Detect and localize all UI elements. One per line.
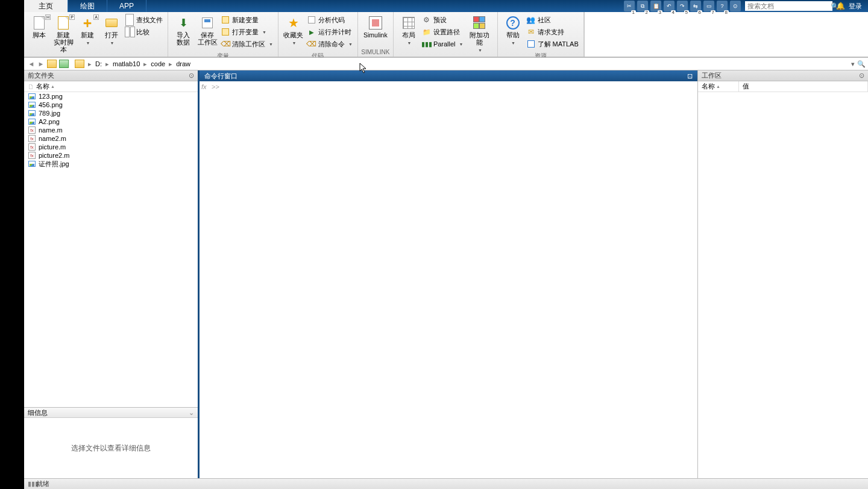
support-button[interactable]: ✉ 请求支持 <box>526 26 580 37</box>
prefs-label: 预设 <box>433 16 447 25</box>
file-row[interactable]: fxname.m <box>24 126 198 134</box>
bell-icon[interactable]: 🔔 <box>836 2 845 10</box>
nav-back-icon[interactable]: ◄ <box>27 59 36 69</box>
new-button[interactable]: A ＋ 新建▼ <box>76 14 99 48</box>
file-list[interactable]: 123.png456.png789.jpgA2.pngfxname.mfxnam… <box>24 92 198 407</box>
breadcrumb-2[interactable]: code <box>149 60 166 67</box>
folder-up-icon[interactable] <box>47 60 57 68</box>
doc-search-input[interactable] <box>747 2 831 10</box>
simulink-button[interactable]: Simulink <box>362 14 389 40</box>
qat-undo-icon[interactable]: ↶4 <box>664 1 675 11</box>
command-prompt[interactable]: >> <box>212 81 219 478</box>
file-name: 123.png <box>39 93 63 100</box>
workspace-table-header: 名称 ▲ 值 <box>698 81 868 92</box>
chevron-down-icon[interactable]: ⌄ <box>189 409 194 417</box>
import-icon: ⬇ <box>179 16 188 30</box>
qat-help-icon[interactable]: ?8 <box>717 1 728 11</box>
breadcrumb-3[interactable]: draw <box>175 60 192 67</box>
save-workspace-button[interactable]: 保存 工作区 <box>196 14 219 47</box>
login-link[interactable]: 登录 <box>846 2 864 11</box>
doc-search-box[interactable]: 🔍 <box>745 1 832 11</box>
addr-search-icon[interactable]: 🔍 <box>857 60 866 68</box>
nav-fwd-icon[interactable]: ► <box>36 59 46 69</box>
tab-home[interactable]: 主页 <box>24 0 68 12</box>
analyze-code-button[interactable]: 分析代码 <box>306 14 354 25</box>
favorites-label: 收藏夹 <box>283 31 303 39</box>
status-ready: 就绪 <box>36 479 49 488</box>
run-time-button[interactable]: ▶ 运行并计时 <box>306 26 354 37</box>
panel-menu-icon[interactable]: ⊙ <box>189 72 194 79</box>
main-tabs: 主页 绘图 APP <box>24 0 146 12</box>
tab-plot[interactable]: 绘图 <box>68 0 107 12</box>
file-row[interactable]: fxpicture2.m <box>24 151 198 160</box>
panel-menu-icon[interactable]: ⊙ <box>859 72 864 79</box>
qat-paste-icon[interactable]: 📋3 <box>650 1 661 11</box>
compare-button[interactable]: 比较 <box>124 26 164 37</box>
qat-switch-icon[interactable]: ⇆6 <box>690 1 701 11</box>
badge-p: P <box>69 14 75 20</box>
new-variable-button[interactable]: 新建变量 <box>220 14 274 25</box>
clear-workspace-button[interactable]: ⌫ 清除工作区 ▼ <box>220 39 274 49</box>
breadcrumb-drive[interactable]: D: <box>94 60 103 67</box>
qat-badge-5: 5 <box>684 10 689 15</box>
file-name: 456.png <box>39 101 63 108</box>
current-folder-panel: 前文件夹 ⊙ 🗋 名称 ▲ 123.png456.png789.jpgA2.pn… <box>24 70 200 478</box>
badge-h: H <box>45 14 51 20</box>
file-row[interactable]: fxpicture.m <box>24 143 198 151</box>
name-column-header[interactable]: 名称 ▲ <box>36 82 194 91</box>
find-files-button[interactable]: 查找文件 <box>124 14 164 25</box>
breadcrumb-1[interactable]: matlab10 <box>112 60 141 67</box>
learn-matlab-button[interactable]: 了解 MATLAB <box>526 39 580 49</box>
image-file-icon <box>28 160 36 167</box>
fx-icon[interactable]: fx <box>200 81 212 478</box>
command-window-body[interactable]: fx >> <box>200 81 697 478</box>
layout-button[interactable]: 布局▼ <box>397 14 420 48</box>
ribbon: H 脚本 P 新建 实时脚本 A ＋ 新建▼ 打开▼ <box>24 12 868 57</box>
help-button[interactable]: ? 帮助▼ <box>502 14 524 48</box>
file-name: name.m <box>39 126 63 134</box>
maximize-icon[interactable]: ⊡ <box>687 72 693 80</box>
help-label: 帮助 <box>506 31 520 39</box>
qat-copy-icon[interactable]: ⧉2 <box>637 1 648 11</box>
command-window-title: 命令行窗口 <box>204 72 237 81</box>
ws-name-column[interactable]: 名称 ▲ <box>698 81 739 92</box>
new-var-label: 新建变量 <box>232 16 259 25</box>
file-row[interactable]: 证件照.jpg <box>24 160 198 168</box>
new-script-button[interactable]: H 脚本 <box>28 14 51 40</box>
addr-dropdown-icon[interactable]: ▾ <box>851 60 855 68</box>
address-bar: ◄ ► ▸ D: ▸ matlab10 ▸ code ▸ draw ▾ 🔍 <box>24 57 868 70</box>
open-variable-button[interactable]: 打开变量 ▼ <box>220 26 274 37</box>
new-live-script-button[interactable]: P 新建 实时脚本 <box>52 14 75 54</box>
plus-icon: ＋ <box>81 14 94 32</box>
folder-icon <box>105 19 118 27</box>
details-header[interactable]: 细信息 ⌄ <box>24 408 198 418</box>
addons-button[interactable]: 附加功能▼ <box>466 14 494 55</box>
set-path-button[interactable]: 📁 设置路径 <box>421 26 465 37</box>
new-live-label: 新建 实时脚本 <box>53 31 74 53</box>
file-row[interactable]: A2.png <box>24 117 198 126</box>
qat-cut-icon[interactable]: ✂1 <box>624 1 635 11</box>
qat-more-icon[interactable]: ⊙ <box>730 1 741 11</box>
qat-window-icon[interactable]: ▭7 <box>703 1 714 11</box>
simulink-label: Simulink <box>363 31 388 39</box>
parallel-button[interactable]: ▮▮▮ Parallel ▼ <box>421 39 465 49</box>
qat-redo-icon[interactable]: ↷5 <box>677 1 688 11</box>
gear-icon: ⚙ <box>423 16 430 24</box>
file-row[interactable]: 456.png <box>24 101 198 109</box>
community-button[interactable]: 👥 社区 <box>526 14 580 25</box>
workspace-body[interactable] <box>698 92 868 478</box>
import-data-button[interactable]: ⬇ 导入 数据 <box>172 14 195 47</box>
folder-nav-icon[interactable] <box>59 60 69 68</box>
run-timer-icon: ▶ <box>309 29 314 36</box>
tab-app[interactable]: APP <box>107 0 146 12</box>
titlebar: 主页 绘图 APP ✂1 ⧉2 📋3 ↶4 ↷5 ⇆6 ▭7 ?8 ⊙ 🔍 🔔 … <box>24 0 868 12</box>
open-label: 打开 <box>105 31 118 39</box>
favorites-button[interactable]: ★ 收藏夹▼ <box>282 14 305 48</box>
clear-commands-button[interactable]: ⌫ 清除命令 ▼ <box>306 39 354 49</box>
preferences-button[interactable]: ⚙ 预设 <box>421 14 465 25</box>
file-row[interactable]: 789.jpg <box>24 109 198 117</box>
ws-value-column[interactable]: 值 <box>739 81 868 92</box>
open-button[interactable]: 打开▼ <box>100 14 123 48</box>
file-row[interactable]: fxname2.m <box>24 134 198 143</box>
file-row[interactable]: 123.png <box>24 92 198 101</box>
